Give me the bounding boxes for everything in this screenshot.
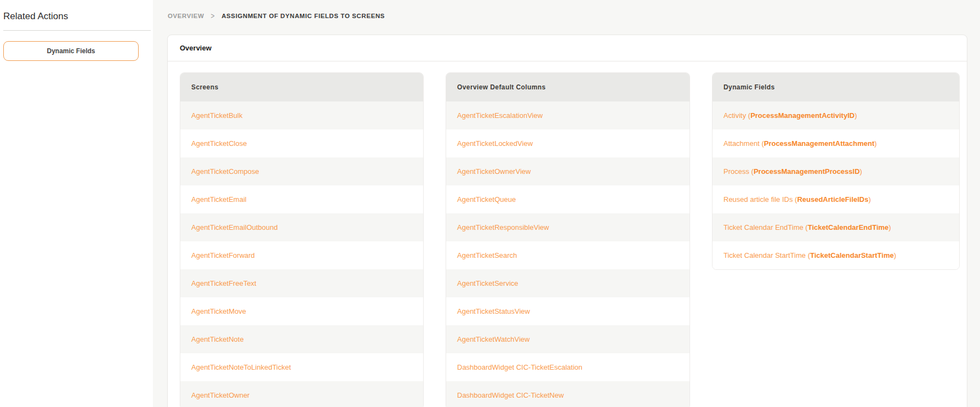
list-item: AgentTicketClose [180, 129, 423, 157]
breadcrumb-chevron-icon: > [211, 12, 215, 20]
paren-close: ) [874, 139, 876, 148]
screen-link[interactable]: AgentTicketLockedView [457, 139, 533, 148]
screen-link[interactable]: AgentTicketMove [191, 307, 246, 315]
main-content: OVERVIEW > ASSIGNMENT OF DYNAMIC FIELDS … [153, 0, 980, 407]
screen-link[interactable]: AgentTicketEscalationView [457, 111, 543, 120]
list-item: AgentTicketEmail [180, 185, 423, 213]
paren-close: ) [860, 167, 862, 176]
field-label: Process [723, 167, 749, 176]
list-item: Reused article file IDs (ReusedArticleFi… [713, 185, 959, 213]
overview-card: Overview Screens AgentTicketBulkAgentTic… [167, 35, 967, 407]
list-item: AgentTicketFreeText [180, 269, 423, 297]
list-item: AgentTicketMove [180, 297, 423, 325]
list-item: DashboardWidget CIC-TicketEscalation [446, 353, 690, 381]
breadcrumb-link-overview[interactable]: OVERVIEW [168, 13, 204, 19]
list-item: Ticket Calendar EndTime (TicketCalendarE… [713, 213, 959, 241]
screen-link[interactable]: AgentTicketFreeText [191, 279, 257, 287]
field-label: Activity [723, 111, 746, 120]
panel-overview-default-columns-header: Overview Default Columns [446, 73, 690, 101]
list-item: AgentTicketEmailOutbound [180, 213, 423, 241]
screen-link[interactable]: AgentTicketEmailOutbound [191, 223, 278, 231]
list-item: AgentTicketEscalationView [446, 101, 690, 129]
list-item: AgentTicketNote [180, 325, 423, 353]
card-body: Screens AgentTicketBulkAgentTicketCloseA… [168, 61, 967, 407]
screen-link[interactable]: DashboardWidget CIC-TicketNew [457, 391, 564, 399]
dynamic-field-link[interactable]: Activity (ProcessManagementActivityID) [723, 111, 857, 120]
dynamic-field-link[interactable]: Reused article file IDs (ReusedArticleFi… [723, 195, 871, 203]
paren-close: ) [868, 195, 870, 203]
field-label: Ticket Calendar StartTime [723, 251, 806, 259]
field-label: Attachment [723, 139, 760, 148]
list-item: AgentTicketOwnerView [446, 157, 690, 185]
screen-link[interactable]: AgentTicketResponsibleView [457, 223, 549, 231]
sidebar: Related Actions Dynamic Fields [0, 0, 153, 407]
screen-link[interactable]: DashboardWidget CIC-TicketEscalation [457, 363, 583, 371]
dynamic-field-link[interactable]: Ticket Calendar EndTime (TicketCalendarE… [723, 223, 891, 231]
list-item: AgentTicketWatchView [446, 325, 690, 353]
field-code: TicketCalendarEndTime [808, 223, 889, 231]
screen-link[interactable]: AgentTicketBulk [191, 111, 242, 120]
field-code: ProcessManagementProcessID [754, 167, 860, 176]
panel-screens: Screens AgentTicketBulkAgentTicketCloseA… [180, 72, 424, 407]
paren-close: ) [888, 223, 891, 231]
screen-link[interactable]: AgentTicketSearch [457, 251, 517, 259]
sidebar-divider [3, 30, 151, 31]
paren-open: ( [804, 223, 808, 231]
list-item: DashboardWidget CIC-TicketNew [446, 381, 690, 407]
screen-link[interactable]: AgentTicketCompose [191, 167, 259, 176]
field-label: Reused article file IDs [723, 195, 793, 203]
panel-overview-default-columns: Overview Default Columns AgentTicketEsca… [446, 72, 690, 407]
screen-link[interactable]: AgentTicketWatchView [457, 335, 529, 343]
list-item: AgentTicketNoteToLinkedTicket [180, 353, 423, 381]
list-item: AgentTicketOwner [180, 381, 423, 407]
paren-open: ( [749, 167, 754, 176]
panel-screens-rows: AgentTicketBulkAgentTicketCloseAgentTick… [180, 101, 423, 407]
list-item: AgentTicketResponsibleView [446, 213, 690, 241]
list-item: AgentTicketCompose [180, 157, 423, 185]
screen-link[interactable]: AgentTicketService [457, 279, 519, 287]
screen-link[interactable]: AgentTicketForward [191, 251, 255, 259]
panel-dynamic-fields-rows: Activity (ProcessManagementActivityID)At… [713, 101, 959, 269]
card-title: Overview [168, 35, 967, 61]
screen-link[interactable]: AgentTicketClose [191, 139, 247, 148]
sidebar-title: Related Actions [3, 11, 153, 22]
paren-open: ( [760, 139, 764, 148]
panel-dynamic-fields: Dynamic Fields Activity (ProcessManageme… [712, 72, 960, 270]
breadcrumb: OVERVIEW > ASSIGNMENT OF DYNAMIC FIELDS … [168, 12, 385, 20]
screen-link[interactable]: AgentTicketEmail [191, 195, 247, 203]
dynamic-field-link[interactable]: Process (ProcessManagementProcessID) [723, 167, 862, 176]
screen-link[interactable]: AgentTicketQueue [457, 195, 516, 203]
list-item: AgentTicketStatusView [446, 297, 690, 325]
panel-screens-header: Screens [180, 73, 423, 101]
list-item: Process (ProcessManagementProcessID) [713, 157, 959, 185]
list-item: Activity (ProcessManagementActivityID) [713, 101, 959, 129]
screen-link[interactable]: AgentTicketNoteToLinkedTicket [191, 363, 291, 371]
field-label: Ticket Calendar EndTime [723, 223, 804, 231]
list-item: Attachment (ProcessManagementAttachment) [713, 129, 959, 157]
list-item: AgentTicketService [446, 269, 690, 297]
panel-dynamic-fields-header: Dynamic Fields [713, 73, 959, 101]
dynamic-field-link[interactable]: Ticket Calendar StartTime (TicketCalenda… [723, 251, 896, 259]
dynamic-field-link[interactable]: Attachment (ProcessManagementAttachment) [723, 139, 877, 148]
field-code: ProcessManagementAttachment [764, 139, 875, 148]
breadcrumb-current-page: ASSIGNMENT OF DYNAMIC FIELDS TO SCREENS [221, 13, 385, 19]
dynamic-fields-button[interactable]: Dynamic Fields [3, 41, 139, 61]
list-item: AgentTicketLockedView [446, 129, 690, 157]
screen-link[interactable]: AgentTicketOwnerView [457, 167, 531, 176]
field-code: TicketCalendarStartTime [810, 251, 894, 259]
paren-open: ( [806, 251, 810, 259]
list-item: AgentTicketQueue [446, 185, 690, 213]
list-item: AgentTicketBulk [180, 101, 423, 129]
screen-link[interactable]: AgentTicketStatusView [457, 307, 530, 315]
field-code: ReusedArticleFileIDs [797, 195, 868, 203]
paren-close: ) [854, 111, 857, 120]
list-item: AgentTicketSearch [446, 241, 690, 269]
app-window: Related Actions Dynamic Fields OVERVIEW … [0, 0, 980, 407]
list-item: AgentTicketForward [180, 241, 423, 269]
paren-close: ) [894, 251, 896, 259]
screen-link[interactable]: AgentTicketNote [191, 335, 244, 343]
panel-overview-default-columns-rows: AgentTicketEscalationViewAgentTicketLock… [446, 101, 690, 407]
list-item: Ticket Calendar StartTime (TicketCalenda… [713, 241, 959, 269]
screen-link[interactable]: AgentTicketOwner [191, 391, 249, 399]
field-code: ProcessManagementActivityID [750, 111, 854, 120]
